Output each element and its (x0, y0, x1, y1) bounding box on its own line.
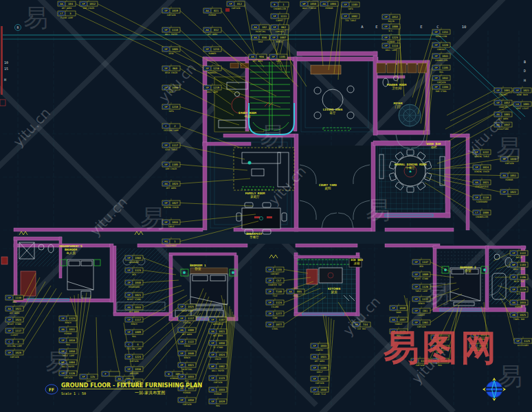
svg-text:1117: 1117 (172, 144, 178, 147)
svg-text:ART WORK: ART WORK (10, 312, 20, 314)
svg-text:1057: 1057 (504, 101, 510, 104)
svg-text:ARM CHAIR: ARM CHAIR (83, 7, 94, 10)
svg-text:104: 104 (68, 2, 74, 5)
svg-text:1105: 1105 (279, 55, 285, 58)
svg-text:SF: SF (180, 398, 184, 402)
svg-text:1107: 1107 (219, 318, 225, 321)
svg-text:SOFA: SOFA (168, 110, 173, 113)
svg-text:1008: 1008 (483, 211, 489, 214)
svg-text:1361: 1361 (422, 321, 429, 324)
svg-text:SF: SF (268, 323, 271, 326)
svg-text:1033: 1033 (188, 375, 194, 378)
svg-text:SF: SF (273, 25, 276, 29)
svg-text:BENCH: BENCH (184, 356, 190, 359)
svg-text:1024: 1024 (15, 318, 22, 321)
svg-text:TOWEL BAR: TOWEL BAR (513, 318, 524, 321)
svg-text:SF: SF (496, 89, 500, 92)
svg-text:SF: SF (268, 301, 271, 304)
svg-text:1042: 1042 (442, 76, 448, 80)
svg-text:SF: SF (384, 25, 388, 28)
svg-text:AA: AA (211, 330, 214, 333)
svg-text:CB1: CB1 (423, 309, 428, 312)
svg-text:CHAIR: CHAIR (214, 358, 221, 360)
svg-text:易图网: 易图网 (383, 327, 499, 368)
svg-text:1103: 1103 (520, 263, 526, 266)
svg-text:1060: 1060 (135, 256, 142, 260)
svg-text:1001: 1001 (523, 102, 530, 106)
svg-text:AA: AA (254, 36, 257, 39)
svg-text:005: 005 (297, 290, 302, 293)
svg-text:ART WORK: ART WORK (208, 33, 218, 36)
svg-text:SF: SF (8, 351, 11, 354)
svg-text:ART WORK: ART WORK (315, 360, 325, 363)
svg-text:STOOL: STOOL (271, 328, 278, 330)
svg-text:BASIN: BASIN (516, 256, 522, 259)
svg-text:SF: SF (273, 14, 276, 18)
svg-text:SF: SF (512, 251, 516, 255)
svg-text:CABINET: CABINET (271, 273, 280, 275)
floor-plan-canvas: ♠ (0, 0, 532, 412)
svg-text:1224: 1224 (135, 355, 142, 358)
svg-text:1027: 1027 (172, 201, 178, 205)
svg-text:ZF: ZF (180, 363, 184, 367)
svg-text:1019: 1019 (219, 400, 225, 403)
svg-text:SF: SF (313, 344, 316, 347)
svg-text:ZF: ZF (268, 279, 271, 282)
svg-text:062: 062 (281, 25, 286, 29)
svg-text:WALL PAPER: WALL PAPER (212, 369, 224, 372)
svg-text:卫生间: 卫生间 (391, 86, 401, 91)
svg-text:RUNNER: RUNNER (209, 52, 217, 55)
svg-text:HANDLE: HANDLE (395, 323, 403, 325)
svg-text:1123: 1123 (69, 317, 75, 320)
svg-text:SOFA: SOFA (348, 8, 353, 10)
svg-text:15: 15 (4, 67, 8, 71)
svg-text:MIRROR: MIRROR (516, 306, 523, 308)
svg-text:1122: 1122 (520, 251, 526, 255)
svg-text:SF: SF (8, 318, 11, 321)
svg-text:DINING CHAIR: DINING CHAIR (474, 170, 489, 173)
svg-text:AA: AA (118, 377, 121, 380)
svg-text:1033: 1033 (320, 344, 326, 347)
svg-text:1118: 1118 (172, 28, 179, 32)
svg-text:SF: SF (434, 76, 438, 80)
svg-text:CLOSET: CLOSET (11, 334, 19, 336)
svg-text:RUG: RUG (439, 71, 443, 73)
svg-text:FLOOR LAMP: FLOOR LAMP (60, 16, 73, 19)
svg-text:012: 012 (237, 2, 242, 5)
svg-text:SF: SF (180, 352, 184, 355)
svg-text:MIRROR: MIRROR (214, 393, 222, 396)
svg-text:MIRROR: MIRROR (65, 332, 72, 335)
svg-text:ART WORK: ART WORK (62, 7, 72, 10)
svg-text:RUG: RUG (216, 404, 220, 407)
svg-text:ART WORK: ART WORK (166, 187, 177, 190)
svg-text:易: 易 (140, 204, 165, 232)
svg-text:SF: SF (164, 163, 168, 166)
svg-text:C: C (128, 343, 129, 346)
svg-text:SF: SF (414, 297, 418, 301)
svg-text:1021: 1021 (219, 330, 225, 333)
svg-text:SF: SF (164, 220, 168, 224)
svg-text:1215: 1215 (213, 47, 219, 51)
svg-text:CONSOLE: CONSOLE (276, 30, 285, 33)
svg-text:TABLE LAMP: TABLE LAMP (181, 310, 193, 312)
svg-text:CURTAIN: CURTAIN (505, 162, 514, 165)
svg-text:BENCH: BENCH (131, 323, 137, 325)
svg-text:1104: 1104 (442, 85, 449, 89)
svg-text:WF: WF (302, 2, 306, 5)
svg-text:DRESSER: DRESSER (130, 372, 139, 375)
svg-text:SF: SF (414, 285, 418, 288)
svg-text:易: 易 (23, 3, 48, 32)
svg-text:AA: AA (127, 306, 131, 309)
svg-text:SF: SF (127, 268, 131, 272)
ff-label: FF (49, 387, 54, 393)
svg-text:BAR STOOL: BAR STOOL (436, 90, 447, 93)
svg-text:ZF: ZF (127, 281, 131, 284)
svg-text:SF: SF (384, 36, 388, 39)
svg-text:10: 10 (4, 60, 8, 65)
svg-text:庭院: 庭院 (325, 186, 332, 190)
svg-text:TABLE: TABLE (168, 225, 174, 228)
svg-text:SF: SF (8, 296, 11, 299)
svg-text:BED: BED (419, 265, 423, 268)
svg-text:SF: SF (211, 341, 214, 345)
svg-text:1012: 1012 (392, 15, 398, 19)
